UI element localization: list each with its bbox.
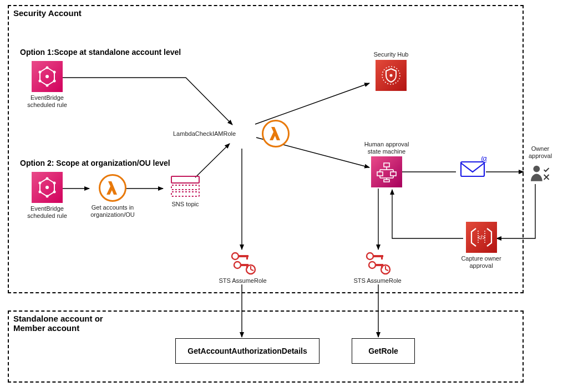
get-role-label: GetRole [368,347,398,355]
svg-point-16 [39,80,42,83]
sts-icon [364,251,391,275]
sts-assume-role-2: STS AssumeRole [351,251,404,284]
svg-rect-38 [390,172,396,176]
sns-label: SNS topic [163,201,207,208]
state-machine-label: Human approval state machine [356,141,417,155]
svg-rect-55 [381,255,383,259]
svg-point-47 [234,262,241,268]
user-icon [529,161,551,185]
svg-rect-37 [377,172,383,176]
step-functions-icon [371,156,402,187]
svg-point-12 [46,67,49,69]
security-account-title: Security Account [13,8,82,18]
member-account-title: Standalone account or Member account [13,314,103,333]
svg-point-31 [390,74,393,77]
eventbridge-2-label: EventBridge scheduled rule [22,205,72,219]
svg-rect-43 [384,180,389,182]
get-role: GetRole [352,338,415,364]
sts-2-label: STS AssumeRole [351,277,404,284]
lambda-icon [262,120,290,147]
security-hub-label: Security Hub [366,51,416,58]
svg-point-44 [232,253,239,259]
svg-rect-62 [461,162,484,176]
sns-topic: SNS topic [163,174,207,208]
svg-point-53 [367,253,373,259]
svg-point-17 [39,71,42,74]
get-auth-details-label: GetAccountAuthorizationDetails [187,347,307,355]
sts-1-label: STS AssumeRole [216,277,269,284]
svg-point-13 [53,71,56,74]
email-icon: @ [459,156,486,179]
capture-label: Capture owner approval [455,255,508,269]
svg-point-18 [45,75,49,78]
state-machine: Human approval state machine [356,141,417,187]
security-hub-icon [376,60,407,91]
email-node: @ [457,156,488,179]
owner-approval-label: Owner approval [524,145,557,159]
svg-rect-27 [171,176,199,183]
owner-approval: Owner approval [524,145,557,185]
lambda-check-label: LambdaCheckIAMRole [173,130,236,138]
svg-text:@: @ [481,156,486,163]
eventbridge-rule-2: EventBridge scheduled rule [22,172,72,219]
svg-rect-46 [246,255,248,259]
option-1-title: Option 1:Scope at standalone account lev… [20,48,181,57]
svg-rect-29 [171,192,199,196]
svg-point-21 [53,182,56,185]
svg-text:</>: </> [477,235,485,241]
get-accounts-lambda: Get accounts in organization/OU [88,174,138,218]
svg-line-52 [251,269,253,271]
sts-assume-role-1: STS AssumeRole [216,251,269,284]
get-account-authorization-details: GetAccountAuthorizationDetails [175,338,320,364]
svg-point-14 [53,80,56,83]
svg-point-24 [39,191,42,194]
svg-line-61 [386,269,388,271]
diagram-canvas: Security Account Standalone account or M… [0,0,568,392]
svg-point-25 [39,182,42,185]
security-hub: Security Hub [366,51,416,91]
svg-point-22 [53,191,56,194]
capture-owner-approval: </> Capture owner approval [455,222,508,269]
svg-point-15 [46,84,49,87]
svg-point-26 [45,186,49,189]
svg-point-56 [369,262,376,268]
svg-rect-32 [384,163,389,167]
option-2-title: Option 2: Scope at organization/OU level [20,159,170,167]
svg-rect-28 [171,185,199,190]
eventbridge-rule-1: EventBridge scheduled rule [22,61,72,108]
lambda-icon [99,174,126,202]
svg-point-64 [533,166,540,172]
eventbridge-icon [32,61,63,92]
api-gateway-icon: </> [466,222,497,253]
get-accounts-label: Get accounts in organization/OU [88,204,138,218]
eventbridge-icon [32,172,63,203]
eventbridge-1-label: EventBridge scheduled rule [22,94,72,108]
svg-point-20 [46,177,49,180]
lambda-check-iam-role: LambdaCheckIAMRole [173,120,312,147]
sns-icon [170,174,200,198]
svg-point-23 [46,195,49,198]
sts-icon [230,251,256,275]
